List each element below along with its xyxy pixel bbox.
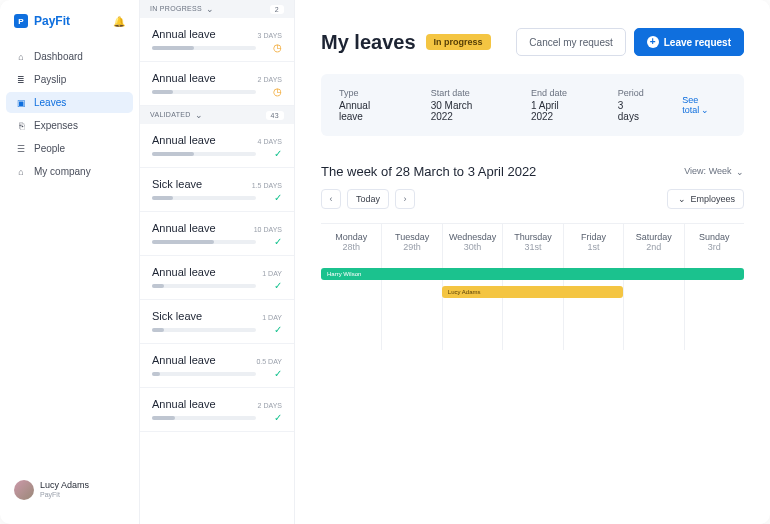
chevron-down-icon [204, 5, 214, 12]
sidebar-item-leaves[interactable]: ▣Leaves [6, 92, 133, 113]
leave-item-days: 1 DAY [262, 314, 282, 321]
today-button[interactable]: Today [347, 189, 389, 209]
leave-item-title: Annual leave [152, 266, 216, 278]
nav-label: My company [34, 166, 91, 177]
nav-label: Expenses [34, 120, 78, 131]
leave-item-title: Annual leave [152, 28, 216, 40]
leave-list-item[interactable]: Annual leave1 DAY✓ [140, 256, 294, 300]
brand-logo: P [14, 14, 28, 28]
prev-week-button[interactable]: ‹ [321, 189, 341, 209]
check-icon: ✓ [274, 192, 282, 203]
view-selector[interactable]: View: Week [684, 166, 744, 177]
nav-icon: ☰ [16, 144, 26, 154]
nav-label: Payslip [34, 74, 66, 85]
leave-item-days: 3 DAYS [258, 32, 282, 39]
user-block[interactable]: Lucy Adams PayFit [0, 470, 139, 510]
next-week-button[interactable]: › [395, 189, 415, 209]
user-subtitle: PayFit [40, 491, 89, 499]
leave-request-button[interactable]: + Leave request [634, 28, 744, 56]
summary-type-value: Annual leave [339, 100, 395, 122]
cancel-request-button[interactable]: Cancel my request [516, 28, 625, 56]
see-total-link[interactable]: See total [682, 95, 726, 116]
leave-item-days: 4 DAYS [258, 138, 282, 145]
brand: P PayFit 🔔 [0, 14, 139, 42]
list-section-header[interactable]: IN PROGRESS 2 [140, 0, 294, 18]
notifications-icon[interactable]: 🔔 [113, 16, 125, 27]
leave-list-item[interactable]: Annual leave2 DAYS✓ [140, 388, 294, 432]
user-name: Lucy Adams [40, 481, 89, 491]
sidebar: P PayFit 🔔 ⌂Dashboard≣Payslip▣Leaves⎘Exp… [0, 0, 140, 524]
nav-icon: ⎘ [16, 121, 26, 131]
page-header: My leaves In progress Cancel my request … [321, 28, 744, 56]
leave-list-item[interactable]: Annual leave2 DAYS◷ [140, 62, 294, 106]
leave-item-title: Annual leave [152, 398, 216, 410]
list-section-header[interactable]: VALIDATED 43 [140, 106, 294, 124]
clock-icon: ◷ [273, 86, 282, 97]
leave-item-days: 0.5 DAY [256, 358, 282, 365]
sidebar-item-dashboard[interactable]: ⌂Dashboard [6, 46, 133, 67]
calendar-day-header: Thursday31st [502, 224, 562, 260]
leave-list-item[interactable]: Sick leave1.5 DAYS✓ [140, 168, 294, 212]
nav-label: Leaves [34, 97, 66, 108]
employees-filter-button[interactable]: Employees [667, 189, 744, 209]
sidebar-item-people[interactable]: ☰People [6, 138, 133, 159]
calendar-day-header: Friday1st [563, 224, 623, 260]
leave-item-title: Annual leave [152, 354, 216, 366]
calendar: Monday28thTuesday29thWednesday30thThursd… [321, 223, 744, 350]
leave-item-days: 1 DAY [262, 270, 282, 277]
nav-icon: ▣ [16, 98, 26, 108]
nav-label: People [34, 143, 65, 154]
plus-icon: + [647, 36, 659, 48]
chevron-down-icon [734, 166, 744, 176]
nav-icon: ≣ [16, 75, 26, 85]
calendar-leave-bar[interactable]: Lucy Adams [442, 286, 623, 298]
check-icon: ✓ [274, 236, 282, 247]
leave-list-item[interactable]: Annual leave0.5 DAY✓ [140, 344, 294, 388]
summary-period-value: 3 days [618, 100, 646, 122]
leave-item-title: Sick leave [152, 310, 202, 322]
leave-list-item[interactable]: Annual leave3 DAYS◷ [140, 18, 294, 62]
leave-item-title: Annual leave [152, 134, 216, 146]
check-icon: ✓ [274, 148, 282, 159]
section-count: 2 [270, 5, 284, 14]
main: My leaves In progress Cancel my request … [295, 0, 770, 524]
week-title: The week of 28 March to 3 April 2022 [321, 164, 536, 179]
section-count: 43 [266, 111, 284, 120]
nav: ⌂Dashboard≣Payslip▣Leaves⎘Expenses☰Peopl… [0, 42, 139, 186]
status-badge: In progress [426, 34, 491, 50]
week-header: The week of 28 March to 3 April 2022 Vie… [321, 164, 744, 179]
sidebar-item-payslip[interactable]: ≣Payslip [6, 69, 133, 90]
avatar [14, 480, 34, 500]
clock-icon: ◷ [273, 42, 282, 53]
leave-item-title: Annual leave [152, 72, 216, 84]
leave-item-days: 2 DAYS [258, 76, 282, 83]
leave-item-title: Sick leave [152, 178, 202, 190]
sidebar-item-my-company[interactable]: ⌂My company [6, 161, 133, 182]
check-icon: ✓ [274, 280, 282, 291]
leave-item-title: Annual leave [152, 222, 216, 234]
brand-name: PayFit [34, 14, 70, 28]
summary-start-label: Start date [431, 88, 495, 98]
summary-end-value: 1 April 2022 [531, 100, 582, 122]
summary-period-label: Period [618, 88, 646, 98]
leave-item-days: 2 DAYS [258, 402, 282, 409]
calendar-controls: ‹ Today › Employees [321, 189, 744, 209]
check-icon: ✓ [274, 324, 282, 335]
chevron-down-icon [676, 194, 686, 205]
check-icon: ✓ [274, 412, 282, 423]
leave-list-item[interactable]: Sick leave1 DAY✓ [140, 300, 294, 344]
calendar-day-header: Wednesday30th [442, 224, 502, 260]
leave-item-days: 10 DAYS [254, 226, 282, 233]
leave-list-item[interactable]: Annual leave10 DAYS✓ [140, 212, 294, 256]
calendar-day-header: Monday28th [321, 224, 381, 260]
summary-end-label: End date [531, 88, 582, 98]
sidebar-item-expenses[interactable]: ⎘Expenses [6, 115, 133, 136]
nav-label: Dashboard [34, 51, 83, 62]
calendar-leave-bar[interactable]: Harry Wilson [321, 268, 744, 280]
nav-icon: ⌂ [16, 52, 26, 62]
nav-icon: ⌂ [16, 167, 26, 177]
chevron-down-icon [193, 111, 203, 118]
calendar-day-header: Sunday3rd [684, 224, 744, 260]
leave-summary: Type Annual leave Start date 30 March 20… [321, 74, 744, 136]
leave-list-item[interactable]: Annual leave4 DAYS✓ [140, 124, 294, 168]
